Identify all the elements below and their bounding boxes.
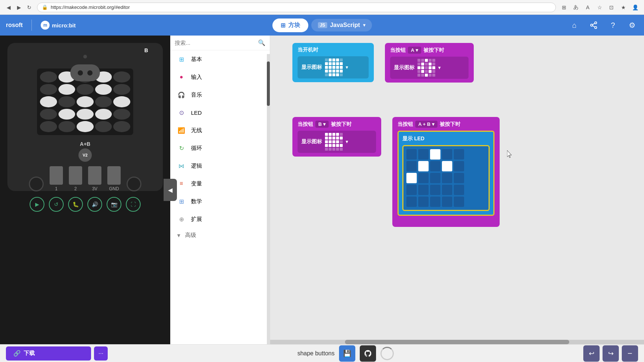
- editor-area[interactable]: 当开机时 显示图标: [270, 36, 644, 344]
- sidebar-item-loops[interactable]: ↻ 循环: [170, 139, 270, 157]
- on-button-b-block[interactable]: 当按钮 B ▾ 被按下时 显示图标: [292, 117, 381, 157]
- play-button[interactable]: ▶: [30, 197, 44, 212]
- led-cell[interactable]: [406, 185, 417, 195]
- sidebar-item-input[interactable]: ● 输入: [170, 68, 270, 86]
- button-a-dropdown[interactable]: A ▾: [408, 47, 421, 54]
- connector-1-label: 1: [55, 186, 58, 191]
- led-cell[interactable]: [430, 185, 440, 195]
- restart-button[interactable]: ↺: [49, 197, 64, 212]
- help-icon[interactable]: ?: [607, 19, 619, 31]
- led-cell[interactable]: [430, 173, 440, 183]
- search-input[interactable]: [175, 40, 255, 46]
- sidebar-item-advanced[interactable]: ▼ 高级: [170, 228, 270, 242]
- connector-area: 1 2 3V GND: [29, 166, 141, 191]
- left-button[interactable]: [29, 177, 44, 191]
- forward-button[interactable]: ▶: [15, 3, 23, 11]
- settings-icon[interactable]: ⚙: [626, 19, 638, 31]
- led-cell[interactable]: [442, 149, 452, 160]
- tab-javascript[interactable]: JS JavaScript ▾: [311, 19, 372, 31]
- split-view-icon[interactable]: ⊡: [607, 3, 616, 12]
- led-cell[interactable]: [430, 197, 440, 207]
- led-cell[interactable]: [406, 197, 417, 207]
- led-cell[interactable]: [454, 197, 464, 207]
- reader-icon[interactable]: あ: [571, 3, 580, 12]
- sidebar-item-math[interactable]: ⊞ 数学: [170, 192, 270, 210]
- sidebar-item-logic[interactable]: ⋈ 逻辑: [170, 157, 270, 175]
- text-size-icon[interactable]: A: [583, 3, 592, 12]
- debug-button[interactable]: 🐛: [68, 197, 83, 212]
- sidebar-item-radio[interactable]: 📶 无线: [170, 121, 270, 139]
- extensions-icon[interactable]: ⊞: [560, 3, 568, 12]
- back-button[interactable]: ◀: [4, 3, 13, 11]
- dot: [332, 73, 335, 76]
- zoom-out-button[interactable]: −: [622, 345, 638, 362]
- sound-button[interactable]: 🔊: [87, 197, 102, 212]
- show-led-block[interactable]: 显示 LED: [398, 131, 494, 216]
- url-bar[interactable]: 🔒 https://makecode.microbit.org/#editor: [37, 3, 556, 12]
- dot: [325, 144, 328, 147]
- led-cell[interactable]: [442, 185, 452, 195]
- led-dot: [40, 96, 57, 107]
- github-button[interactable]: [360, 345, 376, 362]
- led-dot: [40, 109, 57, 120]
- led-cell[interactable]: [418, 173, 429, 183]
- sidebar-item-basic[interactable]: ⊞ 基本: [170, 50, 270, 68]
- fullscreen-button[interactable]: ⛶: [126, 197, 141, 212]
- led-cell[interactable]: [406, 161, 417, 171]
- led-cell[interactable]: [442, 197, 452, 207]
- sidebar-toggle[interactable]: ◀: [164, 179, 177, 201]
- profile-icon[interactable]: 👤: [631, 3, 640, 12]
- bottom-bar: 🔗 下载 ··· shape buttons 💾 ↩ ↪ −: [0, 344, 644, 362]
- more-button[interactable]: ···: [94, 346, 108, 361]
- collections-icon[interactable]: ★: [619, 3, 628, 12]
- led-cell[interactable]: [454, 173, 464, 183]
- share-icon[interactable]: [588, 19, 600, 31]
- blocks-scrollbar[interactable]: [267, 54, 270, 344]
- on-start-block[interactable]: 当开机时 显示图标: [292, 43, 374, 82]
- led-cell[interactable]: [418, 185, 429, 195]
- redo-button[interactable]: ↪: [603, 345, 619, 362]
- editor-scrollbar[interactable]: [270, 340, 644, 344]
- sidebar-item-music[interactable]: 🎧 音乐: [170, 86, 270, 104]
- button-b-dropdown[interactable]: B ▾: [315, 121, 329, 128]
- radio-icon: 📶: [176, 125, 187, 135]
- app-header: rosoft m micro:bit ⊞ 方块 JS JavaScript ▾ …: [0, 15, 644, 36]
- led-cell[interactable]: [418, 161, 429, 171]
- on-button-a-block[interactable]: 当按钮 A ▾ 被按下时 显示图标: [385, 43, 474, 83]
- on-button-a-content: 显示图标: [390, 57, 469, 79]
- led-cell[interactable]: [442, 161, 452, 171]
- led-grid[interactable]: [402, 145, 490, 211]
- screenshot-button[interactable]: 📷: [107, 197, 121, 212]
- button-ab-dropdown[interactable]: A + B ▾: [415, 121, 437, 128]
- download-button[interactable]: 🔗 下载: [6, 346, 91, 361]
- tab-blocks[interactable]: ⊞ 方块: [272, 19, 308, 32]
- save-button[interactable]: 💾: [339, 345, 355, 362]
- dot: [332, 140, 335, 143]
- dropdown-icon-3[interactable]: ▾: [346, 139, 348, 144]
- home-icon[interactable]: ⌂: [568, 19, 580, 31]
- right-button[interactable]: [127, 177, 141, 191]
- dot: [329, 144, 332, 147]
- undo-button[interactable]: ↩: [583, 345, 600, 362]
- led-cell[interactable]: [406, 149, 417, 160]
- led-cell[interactable]: [454, 185, 464, 195]
- led-cell[interactable]: [442, 173, 452, 183]
- dot: [429, 63, 432, 66]
- led-cell[interactable]: [418, 149, 429, 160]
- led-cell[interactable]: [430, 149, 440, 160]
- led-cell[interactable]: [454, 161, 464, 171]
- led-cell[interactable]: [430, 161, 440, 171]
- dropdown-icon-1[interactable]: ▾: [346, 65, 348, 70]
- refresh-button[interactable]: ↻: [25, 3, 33, 11]
- led-cell[interactable]: [406, 173, 417, 183]
- led-cell[interactable]: [454, 149, 464, 160]
- extensions-label: 扩展: [191, 216, 202, 223]
- sidebar-item-extensions[interactable]: ⊕ 扩展: [170, 210, 270, 228]
- sidebar-item-led[interactable]: ⊙ LED: [170, 104, 270, 121]
- v2-badge: V2: [78, 148, 92, 162]
- on-button-ab-block[interactable]: 当按钮 A + B ▾ 被按下时 显示 LED: [392, 117, 500, 227]
- led-cell[interactable]: [418, 197, 429, 207]
- sidebar-item-variables[interactable]: ≡ 变量: [170, 175, 270, 192]
- dropdown-icon-2[interactable]: ▾: [438, 65, 440, 70]
- favorites-icon[interactable]: ☆: [595, 3, 604, 12]
